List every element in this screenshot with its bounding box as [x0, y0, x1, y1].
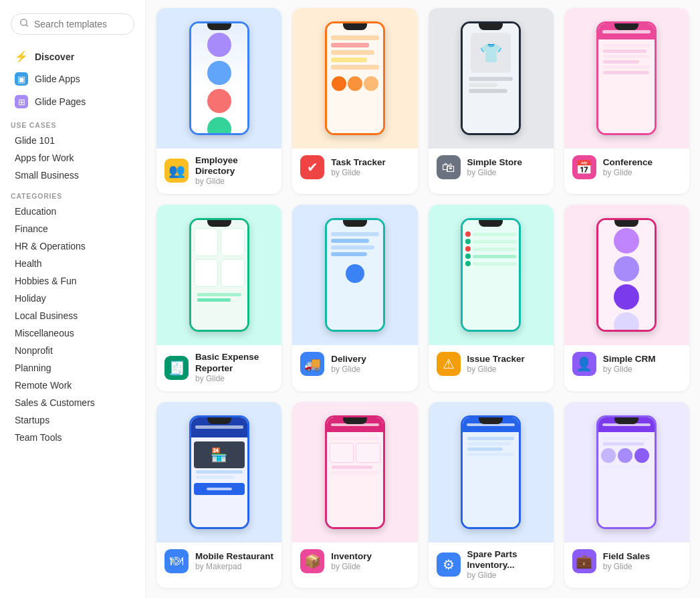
template-card-spare-parts-inventory[interactable]: ⚙ Spare Parts Inventory... by Glide — [429, 402, 554, 588]
template-card-delivery[interactable]: 🚚 Delivery by Glide — [292, 205, 417, 391]
phone-mockup — [461, 218, 521, 332]
app-icon: 📅 — [572, 155, 596, 179]
app-text: Inventory by Glide — [331, 551, 372, 571]
app-icon: ⚙ — [437, 553, 461, 577]
phone-mockup — [596, 415, 657, 529]
sidebar-item-remote-work[interactable]: Remote Work — [4, 377, 141, 394]
card-preview — [564, 8, 689, 148]
app-icon: 🧾 — [164, 356, 189, 380]
card-preview — [429, 402, 554, 542]
card-preview — [292, 8, 417, 148]
app-subtitle: by Glide — [331, 168, 386, 177]
nav-glide-pages[interactable]: ⊞ Glide Pages — [4, 90, 141, 113]
app-text: Conference by Glide — [603, 157, 653, 177]
sidebar: ⚡ Discover ▣ Glide Apps ⊞ Glide Pages US… — [0, 0, 146, 598]
phone-mockup: 🏪 — [189, 415, 249, 529]
discover-icon: ⚡ — [15, 50, 28, 63]
template-card-simple-crm[interactable]: 👤 Simple CRM by Glide — [564, 205, 689, 391]
app-title: Basic Expense Reporter — [195, 352, 273, 373]
nav-discover-label: Discover — [35, 52, 74, 62]
search-wrapper — [0, 8, 145, 45]
sidebar-item-local-business[interactable]: Local Business — [4, 307, 141, 324]
sidebar-item-planning[interactable]: Planning — [4, 359, 141, 377]
app-title: Task Tracker — [331, 157, 386, 168]
sidebar-item-hobbies-fun[interactable]: Hobbies & Fun — [4, 272, 141, 290]
sidebar-item-small-business[interactable]: Small Business — [4, 167, 141, 184]
app-icon: ⚠ — [437, 352, 461, 376]
app-icon: ✔ — [300, 155, 324, 179]
nav-glide-apps[interactable]: ▣ Glide Apps — [4, 68, 141, 90]
sidebar-item-startups[interactable]: Startups — [4, 411, 141, 429]
app-text: Employee Directory by Glide — [195, 155, 273, 186]
template-card-employee-directory[interactable]: 👥 Employee Directory by Glide — [156, 8, 281, 194]
card-preview — [564, 402, 689, 542]
sidebar-item-education[interactable]: Education — [4, 203, 141, 220]
sidebar-item-holiday[interactable]: Holiday — [4, 290, 141, 307]
sidebar-item-finance[interactable]: Finance — [4, 220, 141, 237]
glide-apps-icon: ▣ — [15, 72, 28, 86]
card-preview — [429, 205, 554, 345]
app-title: Field Sales — [603, 551, 651, 562]
sidebar-item-sales-customers[interactable]: Sales & Customers — [4, 394, 141, 411]
phone-screen: 🏪 — [191, 417, 247, 527]
app-subtitle: by Makerpad — [195, 562, 273, 571]
glide-pages-icon: ⊞ — [15, 95, 28, 108]
app-subtitle: by Glide — [603, 365, 656, 374]
template-card-mobile-restaurant[interactable]: 🏪 🍽 Mobile Restaurant by Makerpad — [156, 402, 281, 588]
sidebar-item-miscellaneous[interactable]: Miscellaneous — [4, 324, 141, 342]
template-card-basic-expense-reporter[interactable]: 🧾 Basic Expense Reporter by Glide — [156, 205, 281, 391]
search-icon — [19, 18, 29, 30]
nav-discover[interactable]: ⚡ Discover — [4, 45, 141, 68]
sidebar-item-nonprofit[interactable]: Nonprofit — [4, 342, 141, 359]
phone-mockup — [189, 218, 249, 332]
app-text: Delivery by Glide — [331, 354, 366, 374]
card-preview — [156, 8, 281, 148]
sidebar-item-team-tools[interactable]: Team Tools — [4, 429, 141, 446]
template-card-issue-tracker[interactable]: ⚠ Issue Tracker by Glide — [429, 205, 554, 391]
phone-mockup — [325, 21, 385, 135]
search-input[interactable] — [34, 19, 126, 29]
phone-screen — [598, 220, 655, 330]
card-info: 📅 Conference by Glide — [564, 148, 689, 187]
app-title: Inventory — [331, 551, 372, 562]
phone-screen — [327, 417, 383, 527]
sidebar-item-health[interactable]: Health — [4, 255, 141, 272]
phone-mockup — [461, 415, 521, 529]
template-card-conference[interactable]: 📅 Conference by Glide — [564, 8, 689, 194]
phone-screen — [463, 417, 519, 527]
phone-mockup — [325, 218, 385, 332]
phone-mockup — [596, 218, 657, 332]
card-preview — [292, 402, 417, 542]
nav-glide-apps-label: Glide Apps — [35, 74, 80, 84]
app-icon: 👤 — [572, 352, 596, 376]
phone-screen — [598, 417, 655, 527]
card-info: 🛍 Simple Store by Glide — [429, 148, 554, 187]
app-title: Mobile Restaurant — [195, 551, 273, 562]
phone-screen — [191, 220, 247, 330]
phone-screen — [598, 23, 655, 133]
app-subtitle: by Glide — [331, 365, 366, 374]
app-title: Spare Parts Inventory... — [467, 549, 546, 571]
app-icon: 🚚 — [300, 352, 324, 376]
card-preview — [156, 205, 281, 345]
card-info: 📦 Inventory by Glide — [292, 542, 417, 581]
template-card-inventory[interactable]: 📦 Inventory by Glide — [292, 402, 417, 588]
svg-line-1 — [26, 25, 28, 27]
app-icon: 👥 — [164, 159, 189, 183]
phone-mockup: 👕 — [461, 21, 521, 135]
app-title: Delivery — [331, 354, 366, 365]
sidebar-item-hr-operations[interactable]: HR & Operations — [4, 237, 141, 255]
template-card-task-tracker[interactable]: ✔ Task Tracker by Glide — [292, 8, 417, 194]
template-card-simple-store[interactable]: 👕 🛍 Simple Store by Glide — [429, 8, 554, 194]
app-text: Simple CRM by Glide — [603, 354, 656, 374]
sidebar-item-apps-for-work[interactable]: Apps for Work — [4, 149, 141, 167]
template-card-field-sales[interactable]: 💼 Field Sales by Glide — [564, 402, 689, 588]
app-subtitle: by Glide — [331, 562, 372, 571]
app-icon: 📦 — [300, 549, 324, 573]
app-title: Simple Store — [467, 157, 523, 168]
app-subtitle: by Glide — [467, 168, 523, 177]
search-box[interactable] — [11, 13, 134, 35]
app-subtitle: by Glide — [467, 571, 546, 580]
sidebar-item-glide101[interactable]: Glide 101 — [4, 132, 141, 149]
app-title: Employee Directory — [195, 155, 273, 177]
